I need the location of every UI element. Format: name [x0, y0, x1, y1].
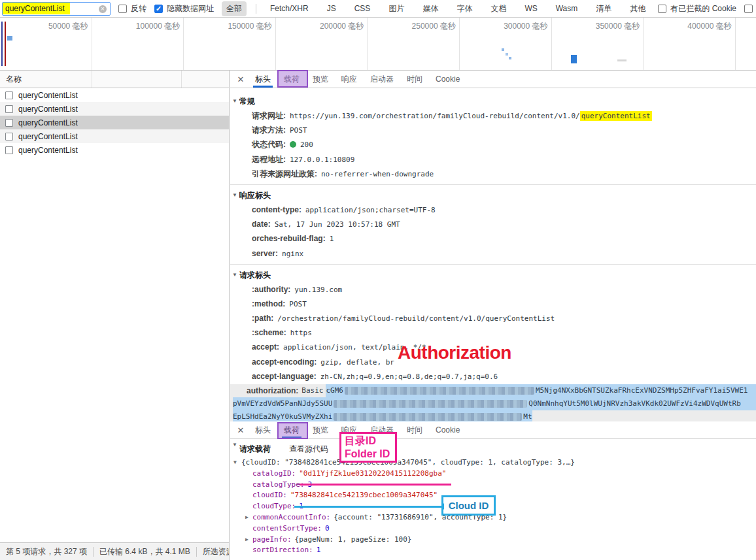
filter-img[interactable]: 图片 [384, 1, 409, 16]
annotation-payload-tab-box-top [277, 70, 308, 88]
hide-data-urls-checkbox[interactable]: 隐藏数据网址 [154, 3, 214, 14]
filter-wasm[interactable]: Wasm [551, 2, 583, 15]
header-row-remote: 远程地址:127.0.0.1:10809 [230, 152, 756, 167]
column-divider [181, 71, 182, 88]
filter-other[interactable]: 其他 [625, 1, 650, 16]
tab-cookie[interactable]: Cookie [429, 71, 466, 88]
timeline-tick: 400000 毫秒 [644, 18, 736, 70]
request-row[interactable]: queryContentList [0, 143, 229, 157]
request-activity-mark [509, 57, 511, 59]
network-filter-input[interactable]: queryContentList [2, 2, 111, 16]
response-header-row: orches-rebuild-flag:1 [230, 231, 756, 246]
domcontentloaded-marker [1, 22, 3, 66]
checkbox-checked-icon [154, 5, 163, 13]
filter-css[interactable]: CSS [350, 2, 375, 15]
close-icon[interactable] [234, 425, 247, 435]
request-row[interactable]: queryContentList [0, 129, 229, 143]
checkbox-icon [744, 5, 753, 13]
request-row[interactable]: queryContentList [0, 102, 229, 116]
filter-js[interactable]: JS [322, 2, 341, 15]
response-header-row: date:Sat, 17 Jun 2023 10:57:18 GMT [230, 217, 756, 231]
filter-doc[interactable]: 文档 [486, 1, 511, 16]
view-source-button[interactable]: 查看源代码 [289, 444, 328, 455]
section-response-headers[interactable]: 响应标头 [230, 188, 756, 203]
request-row[interactable]: queryContentList [0, 88, 229, 102]
request-activity-mark [502, 48, 504, 51]
request-header-row: :method:POST [230, 297, 756, 311]
tab-timing[interactable]: 时间 [400, 421, 429, 438]
checkbox-icon [118, 5, 127, 13]
header-row-referrer-policy: 引荐来源网址政策:no-referrer-when-downgrade [230, 167, 756, 181]
clear-filter-icon[interactable] [99, 5, 107, 13]
authorization-header-row: authorization: Basic cGM6 M5Njg4NXxBbGNT… [230, 384, 756, 421]
response-header-row: server:nginx [230, 246, 756, 261]
request-header-row: :authority:yun.139.com [230, 282, 756, 297]
tab-preview[interactable]: 预览 [306, 71, 335, 88]
request-activity-mark [617, 59, 627, 61]
selected-resource: 所选资源 [197, 546, 230, 557]
json-root-preview[interactable]: {cloudID: "738482841ce542139cbec1009a347… [230, 457, 756, 469]
tab-preview[interactable]: 预览 [306, 421, 335, 438]
tab-response[interactable]: 响应 [335, 71, 364, 88]
tab-initiator[interactable]: 启动器 [364, 71, 400, 88]
network-status-bar: 第 5 项请求，共 327 项 已传输 6.4 kB，共 4.1 MB 所选资源 [0, 542, 230, 560]
invert-checkbox[interactable]: 反转 [118, 3, 146, 14]
filter-all[interactable]: 全部 [222, 1, 247, 16]
tab-headers[interactable]: 标头 [249, 421, 277, 438]
timeline-tick: 50000 毫秒 [0, 18, 92, 70]
section-divider [230, 264, 756, 265]
annotation-cloudid-underline [294, 506, 442, 508]
checkbox-icon[interactable] [5, 91, 13, 99]
response-header-row: content-type:application/json;charset=UT… [230, 203, 756, 217]
json-entry-sortdirection: sortDirection:1 [230, 545, 756, 556]
headers-pane: 常规 请求网址:https://yun.139.com/orchestratio… [230, 88, 756, 421]
tab-headers[interactable]: 标头 [249, 71, 277, 88]
request-header-row: :scheme:https [230, 325, 756, 340]
json-entry-pageinfo[interactable]: pageInfo:{pageNum: 1, pageSize: 100} [230, 535, 756, 546]
network-filter-toolbar: queryContentList 反转 隐藏数据网址 全部 Fetch/XHR … [0, 0, 756, 18]
blocked-requests-checkbox[interactable]: 被屏蔽的请求 [744, 3, 756, 14]
timeline-tick: 150000 毫秒 [184, 18, 276, 70]
request-url: https://yun.139.com/orchestration/family… [290, 112, 580, 120]
checkbox-icon[interactable] [5, 119, 13, 127]
load-event-marker [5, 22, 6, 66]
request-payload-title[interactable]: 请求载荷 [230, 444, 271, 455]
triangle-right-icon [245, 512, 249, 523]
checkbox-icon[interactable] [5, 146, 13, 154]
filter-manifest[interactable]: 清单 [591, 1, 616, 16]
timeline-filler [736, 18, 756, 70]
triangle-down-icon [232, 94, 237, 108]
header-row-method: 请求方法:POST [230, 123, 756, 137]
blocked-cookies-checkbox[interactable]: 有已拦截的 Cookie [658, 3, 736, 14]
filter-font[interactable]: 字体 [452, 1, 477, 16]
filter-input-value: queryContentList [3, 3, 70, 14]
redacted-auth-segment [345, 387, 534, 395]
name-column-header[interactable]: 名称 [0, 71, 229, 88]
tab-cookie[interactable]: Cookie [429, 421, 466, 438]
filter-fetch-xhr[interactable]: Fetch/XHR [266, 2, 313, 15]
status-ok-icon [290, 141, 296, 148]
timeline-tick: 250000 毫秒 [368, 18, 460, 70]
triangle-down-icon [232, 442, 237, 448]
timeline-tick: 350000 毫秒 [552, 18, 644, 70]
network-overview-timeline[interactable]: 50000 毫秒 100000 毫秒 150000 毫秒 200000 毫秒 2… [0, 18, 756, 71]
tab-timing[interactable]: 时间 [400, 71, 429, 88]
request-row-selected[interactable]: queryContentList [0, 116, 229, 129]
checkbox-icon[interactable] [5, 105, 13, 113]
request-header-row: :path:/orchestration/familyCloud-rebuild… [230, 311, 756, 325]
triangle-down-icon [232, 188, 237, 203]
selected-auth-text: cGM6 M5Njg4NXxBbGNTSUZkaFRhcExVNDZSMHp5Z… [326, 384, 756, 397]
close-icon[interactable] [234, 74, 247, 84]
section-general[interactable]: 常规 [230, 94, 756, 108]
section-request-headers[interactable]: 请求标头 [230, 268, 756, 282]
request-activity-mark [571, 55, 577, 63]
filter-media[interactable]: 媒体 [418, 1, 443, 16]
payload-pane: 标头 载荷 预览 响应 启动器 时间 Cookie 请求载荷 查看源代码 {cl… [230, 421, 756, 560]
filter-ws[interactable]: WS [520, 2, 541, 15]
annotation-catalogid-underline [300, 484, 451, 486]
annotation-cloud-id-box: Cloud ID [441, 495, 496, 516]
request-detail-panel: 标头 载荷 预览 响应 启动器 时间 Cookie 常规 请求网址:https:… [230, 71, 756, 560]
timeline-tick: 300000 毫秒 [460, 18, 552, 70]
checkbox-icon [658, 5, 666, 13]
checkbox-icon[interactable] [5, 133, 13, 140]
